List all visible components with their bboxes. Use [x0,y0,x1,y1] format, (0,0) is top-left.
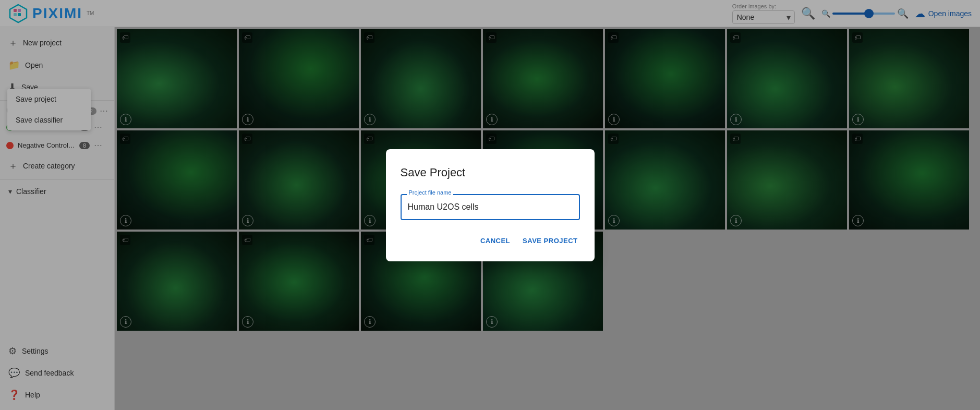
cancel-button[interactable]: CANCEL [478,233,512,249]
field-label: Project file name [407,189,454,196]
save-project-button[interactable]: SAVE PROJECT [521,233,579,249]
save-project-modal: Save Project Project file name CANCEL SA… [386,149,595,261]
modal-title: Save Project [401,166,580,179]
project-name-input[interactable] [401,194,580,220]
modal-actions: CANCEL SAVE PROJECT [401,233,580,249]
modal-backdrop: Save Project Project file name CANCEL SA… [0,0,980,410]
modal-field: Project file name [401,194,580,220]
